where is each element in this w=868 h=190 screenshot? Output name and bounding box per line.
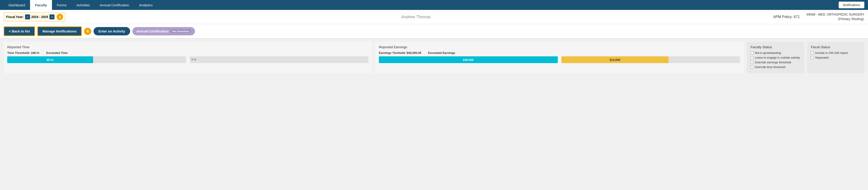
earnings-bar-fill: $40,000 [379,56,558,63]
reported-time-card: Reported Time Time Threshold: 168 hr Exc… [4,42,372,73]
faculty-name: Andrew Thomas [65,15,766,20]
nav-activities[interactable]: Activities [71,0,95,10]
checkbox-override-time-label: Override time threshold [755,65,785,69]
checkbox-not-goodstanding-label: Not in goodstanding [755,51,781,54]
fiscal-checkbox-separated: Separated [811,56,861,59]
exceeded-time-label: Exceeded Time [46,51,67,54]
nav-bar: Dashboard Faculty Forms Activities Annua… [0,0,868,10]
dept-line1: 49068 - MED: ORTHOPEDIC SURGERY [807,13,864,16]
earnings-bar-container: $40,000 $14,000 [379,56,740,63]
fiscal-year-section: Fiscal Year: < 2024 - 2025 > 5 [4,12,65,22]
faculty-status-title: Faculty Status [750,45,801,49]
nav-forms[interactable]: Forms [52,0,72,10]
enter-activity-button[interactable]: Enter an Activity [94,27,130,35]
nav-dashboard[interactable]: Dashboard [4,0,30,10]
nav-analytics[interactable]: Analytics [134,0,158,10]
reported-time-title: Reported Time [7,45,369,49]
nav-annual-certification[interactable]: Annual Certification [95,0,134,10]
dept-line2: (Primary, Routing); [838,17,864,21]
annual-certification-button[interactable]: Annual Certification Not Submitted [132,27,195,35]
apm-policy: APM Policy: 671 [766,15,806,19]
faculty-status-card: Faculty Status Not in goodstanding Leave… [747,42,804,73]
checkbox-override-time[interactable] [750,66,753,69]
time-bar-outer: 80 hr [7,56,186,63]
badge-5: 5 [57,14,63,20]
fiscal-status-card: Fiscal Status Include in 240-246 report … [807,42,864,73]
content-area: Reported Time Time Threshold: 168 hr Exc… [0,39,868,76]
badge-4: 4 [84,28,91,35]
earnings-bar-outer: $40,000 [379,56,558,63]
manage-notifications-button[interactable]: Manage Notifications [37,26,82,36]
earnings-threshold-label: Earnings Threhold: $40,000.00 [379,51,421,54]
checkbox-separated[interactable] [811,56,814,59]
faculty-checkbox-goodstanding: Not in goodstanding [750,51,801,54]
annual-cert-label: Annual Certification [136,29,169,33]
exceeded-time-bar-outer: 0 hr [190,56,369,63]
time-bar-fill: 80 hr [7,56,93,63]
checkbox-override-earnings-label: Override earnings threshold [755,61,791,64]
header-row: Fiscal Year: < 2024 - 2025 > 5 Andrew Th… [0,10,868,24]
exceeded-time-bar-group: 0 hr [190,56,369,63]
time-bar-container: 80 hr 0 hr [7,56,369,63]
fiscal-year-prev-button[interactable]: < [25,14,30,20]
checkbox-not-goodstanding[interactable] [750,51,753,54]
back-to-list-button[interactable]: < Back to list [4,26,35,36]
reported-earnings-title: Reported Earnings [379,45,740,49]
checkbox-separated-label: Separated [815,56,829,59]
status-cards: Faculty Status Not in goodstanding Leave… [747,42,864,73]
checkbox-override-earnings[interactable] [750,61,753,64]
faculty-checkbox-override-time: Override time threshold [750,65,801,69]
time-threshold-label: Time Threshold: 168 hr [7,51,39,54]
time-bar-group: 80 hr [7,56,186,63]
not-submitted-badge: Not Submitted [170,30,191,33]
nav-faculty[interactable]: Faculty [30,0,52,10]
exceeded-earnings-bar-fill: $14,000 [561,56,669,63]
exceeded-earnings-label: Exceeded Earnings [428,51,455,54]
fiscal-status-title: Fiscal Status [811,45,861,49]
reported-earnings-threshold-row: Earnings Threhold: $40,000.00 Exceeded E… [379,51,740,54]
checkbox-include-240-246-label: Include in 240-246 report [815,51,848,54]
dept-info: 49068 - MED: ORTHOPEDIC SURGERY (Primary… [807,12,864,21]
reported-time-threshold-row: Time Threshold: 168 hr Exceeded Time [7,51,369,54]
checkbox-leave-engage[interactable] [750,56,753,59]
faculty-checkbox-leave: Leave to engage in outside activity [750,56,801,59]
action-row: < Back to list Manage Notifications 4 En… [0,24,868,39]
fiscal-year-value: 2024 - 2025 [31,15,48,19]
notifications-button[interactable]: Notifications [839,2,864,8]
reported-earnings-card: Reported Earnings Earnings Threhold: $40… [375,42,744,73]
exceeded-time-value: 0 hr [190,56,369,63]
fiscal-year-next-button[interactable]: > [50,14,55,20]
fiscal-year-label: Fiscal Year: [6,15,24,19]
fiscal-checkbox-240-246: Include in 240-246 report [811,51,861,54]
checkbox-include-240-246[interactable] [811,51,814,54]
exceeded-earnings-bar-group: $14,000 [561,56,740,63]
faculty-checkbox-override-earnings: Override earnings threshold [750,61,801,64]
checkbox-leave-engage-label: Leave to engage in outside activity [755,56,800,59]
earnings-bar-group: $40,000 [379,56,558,63]
nav-items: Dashboard Faculty Forms Activities Annua… [4,0,839,10]
exceeded-earnings-bar-outer: $14,000 [561,56,740,63]
